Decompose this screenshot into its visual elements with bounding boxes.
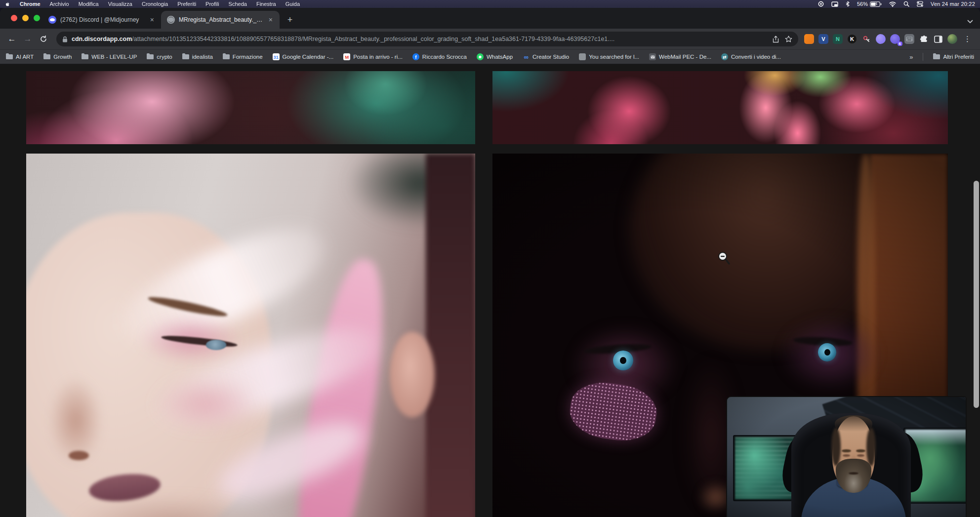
keyboard-extension-icon[interactable] [904,34,914,44]
menu-visualizza[interactable]: Visualizza [108,1,132,7]
grid-image-top-right [492,71,948,144]
bookmark-label: Creator Studio [532,54,569,60]
url-text: cdn.discordapp.com/attachments/101351233… [72,36,768,42]
n-extension-icon[interactable]: N [833,34,843,44]
bookmark-folder-growth[interactable]: Growth [43,54,72,60]
spotlight-search-icon[interactable] [903,1,909,7]
bookmark-webmail-pec[interactable]: WebMail PEC - De... [649,53,711,60]
reload-button[interactable] [37,32,50,46]
profile-avatar[interactable] [947,34,957,44]
macos-menu-bar: Chrome Archivio Modifica Visualizza Cron… [0,0,980,8]
battery-indicator[interactable]: 56% [857,1,882,7]
k-extension-icon[interactable]: K [847,34,857,44]
bookmark-folder-web-level-up[interactable]: WEB - LEVEL-UP [82,54,137,60]
extensions-puzzle-icon[interactable] [919,34,929,44]
menu-guida[interactable]: Guida [286,1,300,7]
bookmark-label: You searched for l... [589,54,639,60]
bookmark-google-calendar[interactable]: 31Google Calendar -... [273,53,334,60]
menu-modifica[interactable]: Modifica [79,1,99,7]
folder-icon [223,54,230,59]
bookmark-label: idealista [192,54,213,60]
share-icon[interactable] [773,36,779,43]
bookmark-folder-idealista[interactable]: idealista [182,54,213,60]
back-button[interactable]: ← [5,32,19,46]
bookmark-folder-formazione[interactable]: Formazione [223,54,263,60]
scrollbar-thumb[interactable] [974,181,979,408]
portrait-iris [206,340,227,350]
menu-profili[interactable]: Profili [205,1,219,7]
bookmark-star-icon[interactable] [785,36,792,42]
other-bookmarks-folder[interactable]: Altri Preferiti [933,54,974,60]
side-panel-icon[interactable] [933,34,943,44]
apple-logo-icon[interactable] [5,1,10,7]
window-controls [11,15,40,21]
portrait-nostril [69,451,89,461]
screen: Chrome Archivio Modifica Visualizza Cron… [0,0,980,517]
omnibox-actions [773,36,792,43]
tab-strip: (2762) Discord | @Midjourney × MRregista… [0,8,980,29]
metamask-extension-icon[interactable] [804,34,814,44]
purple-extension-icon[interactable]: 6 [890,34,900,44]
battery-icon [870,1,882,7]
tab-image-attachment[interactable]: MRregista_Abstract_beauty._… × [161,11,280,29]
bookmark-label: WEB - LEVEL-UP [91,54,137,60]
record-status-icon[interactable] [818,1,824,7]
menu-cronologia[interactable]: Cronologia [142,1,168,7]
bookmark-label: Google Calendar -... [283,54,334,60]
bookmark-gmail-inbox[interactable]: MPosta in arrivo - ri... [343,53,403,60]
page-content [0,64,980,517]
url-domain: cdn.discordapp.com [72,36,132,42]
folder-icon [82,54,88,59]
menu-app-name[interactable]: Chrome [20,1,41,7]
browser-window: (2762) Discord | @Midjourney × MRregista… [0,8,980,517]
bookmark-folder-crypto[interactable]: crypto [147,54,172,60]
webcam-overlay [726,396,967,517]
close-window-button[interactable] [11,15,17,21]
fullscreen-window-button[interactable] [34,15,40,21]
portrait-ear [390,332,435,417]
menu-scheda[interactable]: Scheda [229,1,247,7]
tab-close-icon[interactable]: × [268,16,274,24]
tab-discord[interactable]: (2762) Discord | @Midjourney × [42,11,161,29]
bookmark-creator-studio[interactable]: ∞Creator Studio [523,53,569,60]
control-center-icon[interactable] [917,1,923,7]
gmail-icon: M [343,53,350,60]
minimize-window-button[interactable] [22,15,29,21]
lock-icon[interactable] [62,36,68,42]
bookmark-you-searched[interactable]: You searched for l... [579,53,639,60]
folder-icon [43,54,50,59]
key-extension-icon[interactable] [861,34,871,44]
tab-title: (2762) Discord | @Midjourney [60,16,145,23]
whatsapp-icon [477,53,484,60]
menu-preferiti[interactable]: Preferiti [177,1,196,7]
moon-extension-icon[interactable] [876,34,886,44]
menu-finestra[interactable]: Finestra [256,1,276,7]
bookmark-label: Altri Preferiti [943,54,974,60]
bluetooth-icon[interactable] [846,1,850,7]
extensions-bar: V N K 6 ⋮ [804,34,975,44]
screen-mirroring-icon[interactable] [831,1,838,7]
bookmark-converti-video[interactable]: ⇄Converti i video di... [721,53,781,60]
wifi-icon[interactable] [889,1,896,7]
address-bar[interactable]: cdn.discordapp.com/attachments/101351233… [56,32,798,46]
bookmark-label: AI ART [16,54,34,60]
new-tab-button[interactable]: + [284,13,296,26]
bookmark-whatsapp[interactable]: WhatsApp [477,53,513,60]
bookmark-label: Formazione [233,54,263,60]
scrollbar-track[interactable] [972,64,980,517]
folder-icon [933,54,940,59]
menubar-clock[interactable]: Ven 24 mar 20:22 [931,1,975,7]
menu-archivio[interactable]: Archivio [50,1,69,7]
forward-button[interactable]: → [21,32,35,46]
folder-icon [182,54,189,59]
chrome-menu-kebab-icon[interactable]: ⋮ [962,35,973,43]
tab-close-icon[interactable]: × [149,16,155,24]
bookmark-label: Posta in arrivo - ri... [353,54,403,60]
generic-page-icon [579,53,586,60]
tab-search-chevron-icon[interactable] [967,20,973,24]
bookmark-facebook-profile[interactable]: fRiccardo Scrocca [412,53,467,60]
v-extension-icon[interactable]: V [818,34,828,44]
bookmark-folder-ai-art[interactable]: AI ART [6,54,34,60]
bookmarks-overflow-button[interactable]: » [909,53,913,61]
facebook-icon: f [412,53,419,60]
